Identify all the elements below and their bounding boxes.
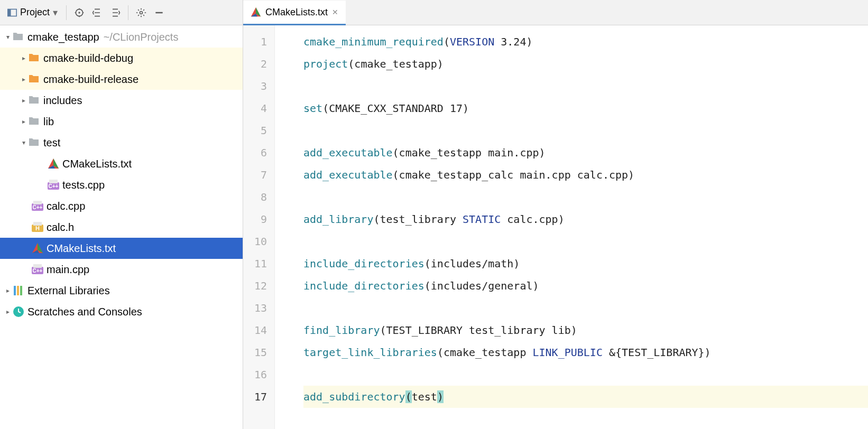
tree-item-scratches[interactable]: ▸ Scratches and Consoles bbox=[0, 301, 243, 322]
tree-item-lib[interactable]: ▸ lib bbox=[0, 111, 243, 132]
tree-item-label: CMakeLists.txt bbox=[47, 243, 116, 255]
project-view-icon bbox=[7, 8, 17, 17]
tree-item-test[interactable]: ▾ test bbox=[0, 132, 243, 153]
expand-all-button[interactable] bbox=[90, 5, 105, 20]
chevron-right-icon[interactable]: ▸ bbox=[3, 308, 13, 315]
tree-item-build-debug[interactable]: ▸ cmake-build-debug bbox=[0, 48, 243, 69]
line-number: 14 bbox=[243, 319, 274, 341]
chevron-right-icon[interactable]: ▸ bbox=[19, 54, 29, 62]
chevron-right-icon[interactable]: ▸ bbox=[3, 287, 13, 294]
line-number: 17 bbox=[243, 386, 274, 408]
code-line[interactable]: find_library(TEST_LIBRARY test_library l… bbox=[303, 319, 868, 341]
line-number: 10 bbox=[243, 230, 274, 253]
hide-button[interactable] bbox=[152, 5, 167, 20]
code-line[interactable]: project(cmake_testapp) bbox=[303, 53, 868, 75]
tree-item-label: CMakeLists.txt bbox=[62, 158, 132, 170]
folder-icon bbox=[29, 116, 40, 127]
tree-item-label: includes bbox=[43, 95, 82, 107]
code-line[interactable]: target_link_libraries(cmake_testapp LINK… bbox=[303, 341, 868, 363]
dropdown-arrow-icon: ▾ bbox=[53, 7, 58, 18]
tree-item-build-release[interactable]: ▸ cmake-build-release bbox=[0, 69, 243, 90]
tree-item-tests-cpp[interactable]: tests.cpp bbox=[0, 174, 243, 195]
cmake-icon bbox=[32, 243, 43, 254]
code-line[interactable] bbox=[303, 119, 868, 142]
chevron-down-icon[interactable]: ▾ bbox=[3, 33, 13, 41]
code-body[interactable]: cmake_minimum_required(VERSION 3.24)proj… bbox=[275, 25, 868, 429]
tree-item-label: test bbox=[43, 137, 60, 149]
chevron-right-icon[interactable]: ▸ bbox=[19, 97, 29, 104]
code-line[interactable]: add_subdirectory(test) bbox=[303, 386, 868, 408]
code-line[interactable] bbox=[303, 297, 868, 319]
tree-item-includes[interactable]: ▸ includes bbox=[0, 90, 243, 111]
code-line[interactable] bbox=[303, 230, 868, 253]
tree-item-label: cmake-build-debug bbox=[43, 52, 133, 64]
code-line[interactable]: cmake_minimum_required(VERSION 3.24) bbox=[303, 31, 868, 53]
cpp-file-icon bbox=[32, 200, 43, 212]
code-line[interactable]: add_executable(cmake_testapp_calc main.c… bbox=[303, 164, 868, 186]
code-line[interactable]: include_directories(includes/math) bbox=[303, 253, 868, 275]
line-number: 11 bbox=[243, 253, 274, 275]
tree-root[interactable]: ▾ cmake_testapp ~/CLionProjects bbox=[0, 26, 243, 48]
collapse-all-button[interactable] bbox=[108, 5, 123, 20]
header-file-icon bbox=[32, 221, 43, 233]
toolbar-separator bbox=[128, 5, 128, 20]
code-line[interactable] bbox=[303, 75, 868, 97]
code-editor[interactable]: 1234567891011121314151617 cmake_minimum_… bbox=[243, 25, 868, 429]
tree-item-label: calc.h bbox=[47, 221, 74, 234]
tree-item-test-cmake[interactable]: CMakeLists.txt bbox=[0, 153, 243, 174]
settings-button[interactable] bbox=[134, 5, 149, 20]
cpp-file-icon bbox=[32, 264, 43, 275]
line-number-gutter: 1234567891011121314151617 bbox=[243, 25, 275, 429]
tree-item-calc-cpp[interactable]: calc.cpp bbox=[0, 195, 243, 217]
svg-point-13 bbox=[78, 12, 80, 13]
toolbar-separator bbox=[66, 5, 67, 20]
line-number: 12 bbox=[243, 275, 274, 297]
tree-item-label: cmake-build-release bbox=[43, 73, 138, 86]
tree-item-label: lib bbox=[43, 116, 54, 128]
chevron-right-icon[interactable]: ▸ bbox=[19, 118, 29, 125]
code-line[interactable]: set(CMAKE_CXX_STANDARD 17) bbox=[303, 97, 868, 119]
tree-item-main-cpp[interactable]: main.cpp bbox=[0, 259, 243, 280]
cmake-icon bbox=[251, 7, 261, 17]
svg-point-14 bbox=[140, 11, 143, 14]
tree-item-path: ~/CLionProjects bbox=[104, 31, 179, 43]
tree-item-calc-h[interactable]: calc.h bbox=[0, 217, 243, 238]
code-line[interactable]: add_library(test_library STATIC calc.cpp… bbox=[303, 208, 868, 230]
line-number: 4 bbox=[243, 97, 274, 119]
code-line[interactable]: add_executable(cmake_testapp main.cpp) bbox=[303, 142, 868, 164]
tab-label: CMakeLists.txt bbox=[265, 7, 328, 18]
library-icon bbox=[13, 285, 24, 296]
folder-icon bbox=[29, 137, 40, 148]
scratches-icon bbox=[13, 306, 24, 318]
tree-item-label: Scratches and Consoles bbox=[27, 306, 142, 318]
project-view-selector[interactable]: Project ▾ bbox=[4, 7, 61, 18]
chevron-right-icon[interactable]: ▸ bbox=[19, 76, 29, 83]
folder-icon bbox=[29, 52, 40, 64]
tree-item-root-cmake[interactable]: CMakeLists.txt bbox=[0, 238, 243, 259]
select-opened-file-button[interactable] bbox=[72, 5, 87, 20]
chevron-down-icon[interactable]: ▾ bbox=[19, 139, 29, 146]
tab-cmakelists[interactable]: CMakeLists.txt ✕ bbox=[243, 1, 346, 25]
cpp-file-icon bbox=[48, 179, 59, 191]
line-number: 1 bbox=[243, 31, 274, 53]
tree-item-label: External Libraries bbox=[27, 285, 110, 297]
line-number: 3 bbox=[243, 75, 274, 97]
project-tree[interactable]: ▾ cmake_testapp ~/CLionProjects ▸ cmake-… bbox=[0, 25, 243, 429]
tree-item-external-libraries[interactable]: ▸ External Libraries bbox=[0, 280, 243, 301]
tree-item-label: tests.cpp bbox=[62, 179, 105, 191]
folder-icon bbox=[29, 73, 40, 85]
tree-item-label: main.cpp bbox=[47, 264, 89, 276]
folder-icon bbox=[29, 95, 40, 106]
close-tab-button[interactable]: ✕ bbox=[332, 8, 338, 16]
line-number: 7 bbox=[243, 164, 274, 186]
editor-tabs: CMakeLists.txt ✕ bbox=[243, 0, 868, 25]
code-line[interactable] bbox=[303, 186, 868, 208]
project-view-label: Project bbox=[20, 7, 50, 18]
code-line[interactable]: include_directories(includes/general) bbox=[303, 275, 868, 297]
line-number: 8 bbox=[243, 186, 274, 208]
line-number: 5 bbox=[243, 119, 274, 142]
folder-icon bbox=[13, 31, 24, 43]
line-number: 6 bbox=[243, 142, 274, 164]
line-number: 16 bbox=[243, 363, 274, 386]
code-line[interactable] bbox=[303, 363, 868, 386]
